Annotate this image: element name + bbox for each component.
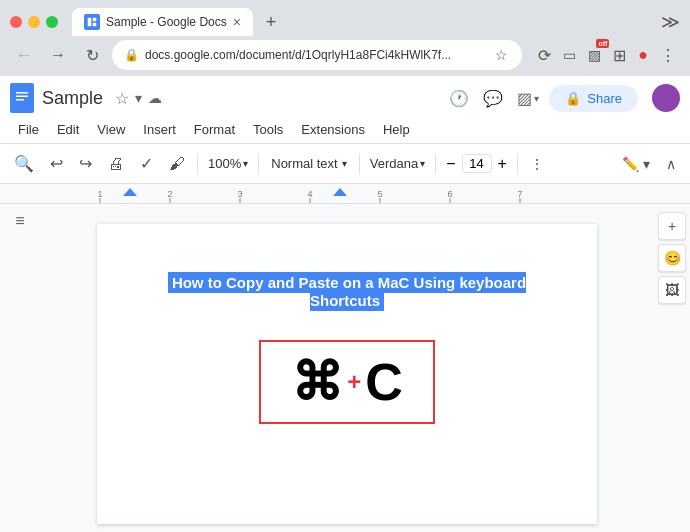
spell-check-btn[interactable]: ✓	[134, 150, 159, 177]
minimize-button[interactable]	[28, 16, 40, 28]
svg-rect-4	[16, 92, 28, 94]
user-avatar[interactable]	[652, 84, 680, 112]
emoji-btn[interactable]: 😊	[658, 244, 686, 272]
doc-content-area[interactable]: How to Copy and Paste on a MaC Using key…	[40, 204, 654, 532]
new-tab-button[interactable]: +	[257, 8, 285, 36]
font-size-decrease[interactable]: −	[442, 153, 459, 175]
add-comment-btn[interactable]: +	[658, 212, 686, 240]
style-selector[interactable]: Normal text ▾	[265, 154, 352, 173]
svg-rect-2	[93, 23, 97, 27]
svg-marker-8	[123, 188, 137, 196]
meet-btn[interactable]: ▨▾	[513, 85, 543, 112]
doc-area: ≡ How to Copy and Paste on a MaC Using k…	[0, 204, 690, 532]
doc-left-bar: ≡	[0, 204, 40, 532]
tab-close-button[interactable]: ×	[233, 14, 241, 30]
style-value: Normal text	[271, 156, 337, 171]
tabs-bar: Sample - Google Docs × +	[72, 8, 649, 36]
record-icon[interactable]: ●	[634, 42, 652, 68]
undo-btn[interactable]: ↩	[44, 150, 69, 177]
history-btn[interactable]: 🕐	[445, 85, 473, 112]
plus-sign: +	[347, 368, 361, 396]
print-btn[interactable]: 🖨	[102, 151, 130, 177]
back-button[interactable]: ←	[10, 41, 38, 69]
title-bar: Sample - Google Docs × + ≫	[0, 0, 690, 36]
share-label: Share	[587, 91, 622, 106]
maximize-button[interactable]	[46, 16, 58, 28]
tab-favicon	[84, 14, 100, 30]
cast-icon[interactable]: ▭	[559, 43, 580, 67]
comments-btn[interactable]: 💬	[479, 85, 507, 112]
svg-rect-3	[13, 87, 31, 109]
doc-title-wrapper: How to Copy and Paste on a MaC Using key…	[157, 274, 537, 310]
doc-menu-icon[interactable]: ▾	[135, 90, 142, 106]
font-value: Verdana	[370, 156, 418, 171]
redo-btn[interactable]: ↪	[73, 150, 98, 177]
lock-share-icon: 🔒	[565, 91, 581, 106]
font-size-area: − +	[442, 153, 511, 175]
browser-actions: ⟳ ▭ ▨ off ⊞ ● ⋮	[534, 42, 680, 69]
style-chevron: ▾	[342, 158, 347, 169]
reload-button[interactable]: ↻	[78, 41, 106, 69]
keyboard-shortcut-wrapper: ⌘ + C	[157, 340, 537, 424]
toolbar-sep-4	[435, 154, 436, 174]
extensions-icon[interactable]: ⊞	[609, 42, 630, 69]
more-toolbar-btn[interactable]: ⋮	[524, 152, 550, 176]
tab-title: Sample - Google Docs	[106, 15, 227, 29]
ext-badge: off	[596, 39, 609, 48]
menu-format[interactable]: Format	[186, 118, 243, 141]
image-btn[interactable]: 🖼	[658, 276, 686, 304]
svg-text:5: 5	[377, 189, 382, 199]
bookmark-icon[interactable]: ☆	[493, 45, 510, 65]
share-button[interactable]: 🔒 Share	[549, 85, 638, 112]
toolbar-sep-2	[258, 154, 259, 174]
cloud-icon[interactable]: ☁	[148, 90, 162, 106]
search-btn[interactable]: 🔍	[8, 150, 40, 177]
doc-header-right: 🕐 💬 ▨▾ 🔒 Share	[445, 84, 680, 112]
menu-insert[interactable]: Insert	[135, 118, 184, 141]
menu-tools[interactable]: Tools	[245, 118, 291, 141]
screen-share-icon[interactable]: ▨ off	[584, 43, 605, 67]
menu-edit[interactable]: Edit	[49, 118, 87, 141]
close-button[interactable]	[10, 16, 22, 28]
svg-text:7: 7	[517, 189, 522, 199]
doc-header: Sample ☆ ▾ ☁ 🕐 💬 ▨▾ 🔒 Share	[0, 76, 690, 116]
outline-icon[interactable]: ≡	[15, 212, 24, 230]
lock-icon: 🔒	[124, 48, 139, 62]
svg-text:2: 2	[167, 189, 172, 199]
doc-page: How to Copy and Paste on a MaC Using key…	[97, 224, 597, 524]
edit-mode-btn[interactable]: ✏️ ▾	[616, 152, 656, 176]
zoom-selector[interactable]: 100% ▾	[204, 154, 252, 173]
svg-rect-5	[16, 96, 28, 98]
menu-help[interactable]: Help	[375, 118, 418, 141]
gdocs-window: Sample ☆ ▾ ☁ 🕐 💬 ▨▾ 🔒 Share File Edit Vi…	[0, 76, 690, 532]
svg-text:1: 1	[97, 189, 102, 199]
collapse-toolbar-btn[interactable]: ∧	[660, 152, 682, 176]
toolbar-sep-5	[517, 154, 518, 174]
menu-icon[interactable]: ⋮	[656, 42, 680, 69]
star-icon[interactable]: ☆	[115, 89, 129, 108]
history-icon[interactable]: ⟳	[534, 42, 555, 69]
menu-file[interactable]: File	[10, 118, 47, 141]
browser-chrome: Sample - Google Docs × + ≫ ← → ↻ 🔒 docs.…	[0, 0, 690, 76]
toolbar-sep-3	[359, 154, 360, 174]
doc-heading: How to Copy and Paste on a MaC Using key…	[168, 272, 526, 311]
doc-icon	[10, 83, 34, 113]
menu-extensions[interactable]: Extensions	[293, 118, 373, 141]
svg-text:4: 4	[307, 189, 312, 199]
url-bar[interactable]: 🔒 docs.google.com/document/d/1OqrlyH1a8F…	[112, 40, 522, 70]
svg-rect-0	[88, 18, 92, 27]
active-tab[interactable]: Sample - Google Docs ×	[72, 8, 253, 36]
font-chevron: ▾	[420, 158, 425, 169]
font-selector[interactable]: Verdana ▾	[366, 154, 429, 173]
svg-text:6: 6	[447, 189, 452, 199]
svg-rect-1	[93, 18, 97, 22]
font-size-input[interactable]	[462, 154, 492, 173]
ruler: 1 2 3 4 5 6 7	[0, 184, 690, 204]
forward-button[interactable]: →	[44, 41, 72, 69]
font-size-increase[interactable]: +	[494, 153, 511, 175]
toolbar-sep-1	[197, 154, 198, 174]
menu-view[interactable]: View	[89, 118, 133, 141]
tab-overflow-button[interactable]: ≫	[661, 11, 680, 33]
paint-format-btn[interactable]: 🖌	[163, 151, 191, 177]
doc-icons: ☆ ▾ ☁	[115, 89, 162, 108]
